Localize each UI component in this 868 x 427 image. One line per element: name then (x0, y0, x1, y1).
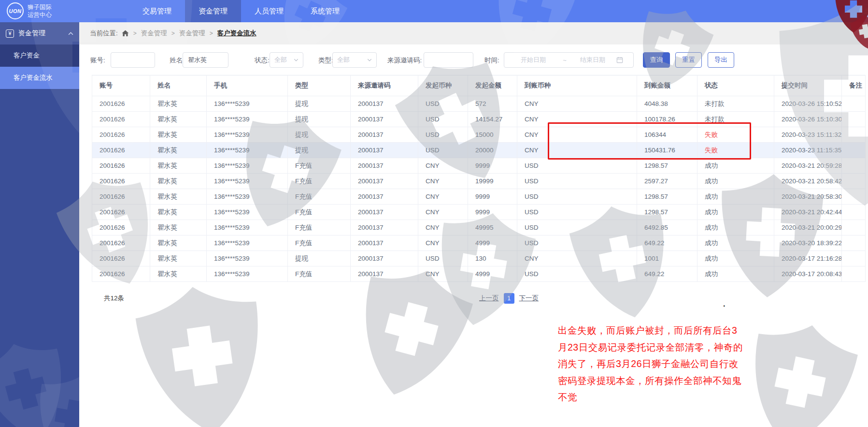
search-button[interactable]: 查询 (643, 52, 670, 68)
annotation-line: 出金失败，而后账户被封，而后所有后台3 (558, 322, 747, 339)
table-cell: CNY (418, 158, 468, 174)
table-cell: 2020-03-26 15:10:30 (774, 112, 842, 127)
next-page-button[interactable]: 下一页 (519, 294, 539, 303)
table-cell: 2001626 (92, 127, 150, 143)
table-cell: 2001626 (92, 158, 150, 174)
table-cell: 136****5239 (207, 220, 288, 236)
table-cell: F充值 (288, 266, 351, 282)
table-cell: 2000137 (351, 220, 418, 236)
table-cell (842, 220, 866, 236)
table-cell: CNY (517, 96, 637, 112)
table-cell: CNY (517, 112, 637, 127)
user-avatar[interactable] (859, 4, 868, 18)
reset-button[interactable]: 重置 (675, 52, 702, 68)
table-cell: 2001626 (92, 143, 150, 158)
table-cell: 未打款 (697, 112, 774, 127)
table-cell: F充值 (288, 205, 351, 220)
sidebar-group-funds[interactable]: ¥ 资金管理 (0, 22, 79, 44)
table-cell (842, 112, 866, 127)
table-cell: 2000137 (351, 143, 418, 158)
table-cell: 2020-03-26 15:10:52 (774, 96, 842, 112)
table-cell: 2000137 (351, 158, 418, 174)
table-cell: 瞿水英 (150, 266, 207, 282)
table-cell: 2000137 (351, 127, 418, 143)
lion-logo-icon: UON (7, 2, 24, 19)
table-cell: F充值 (288, 158, 351, 174)
table-cell (842, 236, 866, 251)
table-cell: 2001626 (92, 220, 150, 236)
date-range-picker[interactable]: 开始日期 ~ 结束日期 (504, 52, 634, 68)
table-cell: USD (517, 266, 637, 282)
table-cell: 未打款 (697, 96, 774, 112)
column-header: 提交时间 (774, 75, 842, 96)
table-cell: CNY (517, 143, 637, 158)
table-cell: 9999 (468, 205, 517, 220)
type-select[interactable]: 全部 (332, 52, 377, 68)
table-cell: USD (418, 112, 468, 127)
table-cell: F充值 (288, 174, 351, 189)
table-cell: 2001626 (92, 236, 150, 251)
table-cell: CNY (418, 266, 468, 282)
table-cell: USD (517, 236, 637, 251)
table-cell: USD (418, 127, 468, 143)
name-input[interactable] (183, 52, 228, 68)
table-cell: 136****5239 (207, 174, 288, 189)
nav-tab-人员管理[interactable]: 人员管理 (241, 0, 297, 22)
status-select[interactable]: 全部 (270, 52, 303, 68)
export-button[interactable]: 导出 (708, 52, 734, 68)
table-cell: 136****5239 (207, 143, 288, 158)
table-cell: 失败 (697, 127, 774, 143)
home-icon[interactable] (122, 30, 129, 37)
date-separator: ~ (556, 57, 573, 64)
table-cell: 136****5239 (207, 189, 288, 205)
prev-page-button[interactable]: 上一页 (479, 294, 499, 303)
table-cell: CNY (517, 251, 637, 266)
sidebar-items: 客户资金客户资金流水 (0, 44, 79, 89)
column-header: 发起币种 (418, 75, 468, 96)
table-cell: 572 (468, 96, 517, 112)
table-cell: 瞿水英 (150, 127, 207, 143)
table-cell: 2001626 (92, 251, 150, 266)
table-cell (842, 266, 866, 282)
table-cell: 瞿水英 (150, 189, 207, 205)
breadcrumb-separator: > (210, 30, 213, 37)
breadcrumb-crumb[interactable]: 资金管理 (179, 29, 205, 38)
sidebar-item-客户资金[interactable]: 客户资金 (0, 44, 79, 67)
table-cell: 2000137 (351, 96, 418, 112)
table-cell: CNY (418, 236, 468, 251)
table-cell: 提现 (288, 112, 351, 127)
table-cell: 成功 (697, 174, 774, 189)
sidebar-item-客户资金流水[interactable]: 客户资金流水 (0, 67, 79, 89)
stray-dot: . (723, 300, 725, 309)
account-input[interactable] (111, 52, 155, 68)
table-cell (842, 158, 866, 174)
nav-tab-交易管理[interactable]: 交易管理 (129, 0, 185, 22)
table-cell: 2020-03-21 20:00:29 (774, 220, 842, 236)
main-nav-tabs: 交易管理资金管理人员管理系统管理 (129, 0, 353, 22)
table-cell: 150431.76 (637, 143, 697, 158)
table-cell (842, 174, 866, 189)
date-end-placeholder: 结束日期 (573, 56, 612, 64)
nav-tab-系统管理[interactable]: 系统管理 (297, 0, 353, 22)
table-cell: 提现 (288, 96, 351, 112)
current-page-button[interactable]: 1 (504, 293, 514, 304)
table-cell: 2000137 (351, 174, 418, 189)
table-cell: CNY (418, 220, 468, 236)
table-cell (842, 205, 866, 220)
table-cell: 瞿水英 (150, 236, 207, 251)
status-label: 状态: (255, 56, 270, 65)
table-cell (842, 96, 866, 112)
breadcrumb-crumb[interactable]: 客户资金流水 (217, 29, 256, 38)
table-cell: 2001626 (92, 112, 150, 127)
breadcrumb-crumb[interactable]: 资金管理 (141, 29, 167, 38)
breadcrumb-separator: > (171, 30, 175, 37)
table-cell: 瞿水英 (150, 112, 207, 127)
account-label: 账号: (90, 56, 105, 65)
column-header: 姓名 (150, 75, 207, 96)
invite-code-input[interactable] (424, 52, 473, 68)
table-cell (842, 143, 866, 158)
table-cell: 瞿水英 (150, 96, 207, 112)
brand-title: 狮子国际 运营中心 (28, 3, 52, 19)
breadcrumb: 当前位置: >资金管理>资金管理>客户资金流水 (79, 22, 868, 44)
nav-tab-资金管理[interactable]: 资金管理 (185, 0, 241, 22)
